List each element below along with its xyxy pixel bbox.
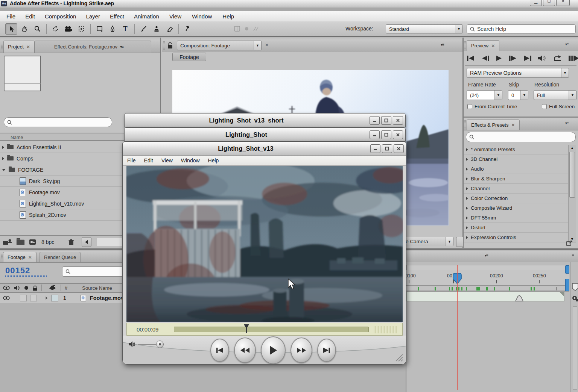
close-icon[interactable]: ✕	[491, 44, 495, 48]
tab-effect-controls[interactable]: Effect Controls: Footage.mov ▾≡	[35, 41, 151, 53]
eraser-tool[interactable]	[164, 24, 175, 34]
panel-gripper[interactable]	[464, 41, 466, 49]
menu-help[interactable]: Help	[217, 13, 239, 20]
timeline-vscrollbar[interactable]	[573, 306, 577, 390]
fast-forward-button[interactable]	[291, 338, 312, 363]
player-menu-help[interactable]: Help	[204, 157, 223, 163]
rewind-button[interactable]	[234, 338, 256, 363]
close-button[interactable]: ✕	[556, 0, 570, 6]
player-titlebar[interactable]: Lighting_Shot_v13	[123, 142, 406, 156]
tab-render-queue[interactable]: Render Queue	[40, 252, 81, 262]
pan-behind-tool[interactable]	[76, 24, 87, 34]
expand-arrow-icon[interactable]	[2, 145, 4, 149]
clone-stamp-tool[interactable]	[151, 24, 162, 34]
work-area-end-handle[interactable]	[565, 265, 569, 274]
category-audio[interactable]: Audio	[464, 164, 568, 174]
minimize-button[interactable]	[370, 144, 380, 153]
panel-gripper[interactable]	[1, 42, 3, 51]
close-icon[interactable]: ✕	[26, 45, 30, 49]
minimize-button[interactable]	[370, 130, 380, 139]
rotation-tool[interactable]	[50, 24, 61, 34]
menu-layer[interactable]: Layer	[81, 13, 105, 20]
workspace-switch-icons[interactable]	[234, 26, 259, 32]
maximize-button[interactable]	[382, 144, 392, 153]
player-menu-file[interactable]: File	[127, 157, 140, 163]
marker-bin-icon[interactable]	[572, 283, 578, 291]
panel-menu-icon[interactable]: ▾≡	[441, 42, 444, 47]
from-current-time-checkbox[interactable]	[467, 104, 472, 109]
effects-search-box[interactable]	[466, 132, 576, 142]
scroll-thumb[interactable]	[569, 152, 575, 198]
comp-footage-tab[interactable]: Footage	[172, 53, 206, 61]
menu-view[interactable]: View	[164, 13, 187, 20]
frame-rate-dropdown[interactable]: (24) ▼	[467, 90, 502, 100]
window-lighting-shot-v13-short[interactable]: Lighting_Shot_v13_short	[124, 113, 406, 127]
category-dft-55mm[interactable]: DFT 55mm	[464, 213, 568, 223]
comp-marker[interactable]	[514, 295, 524, 301]
full-screen-row[interactable]: Full Screen	[542, 104, 575, 109]
panel-menu-icon[interactable]: ▾≡	[485, 253, 488, 257]
ram-preview-options-dropdown[interactable]: RAM Preview Options ▼	[467, 68, 569, 78]
close-button[interactable]	[393, 116, 403, 125]
collapse-arrow-icon[interactable]	[2, 169, 6, 171]
layer-switch-box[interactable]	[20, 295, 27, 301]
new-folder-icon[interactable]	[17, 239, 24, 245]
help-search-box[interactable]: Search Help	[467, 24, 576, 33]
close-icon[interactable]: ✕	[511, 123, 515, 127]
layer-expand-arrow[interactable]	[46, 296, 47, 300]
go-to-start-button[interactable]	[210, 339, 229, 362]
from-current-time-row[interactable]: From Current Time	[467, 104, 517, 109]
tab-preview[interactable]: Preview ✕	[467, 40, 499, 51]
window-lighting-shot-v13[interactable]: Lighting_Shot_v13 File Edit View Window …	[122, 142, 406, 365]
skip-dropdown[interactable]: 0 ▼	[508, 90, 528, 100]
maximize-button[interactable]: ▢	[543, 0, 555, 6]
timeline-timecode[interactable]: 00152	[5, 266, 30, 275]
expand-arrow-icon[interactable]	[466, 187, 468, 190]
expand-arrow-icon[interactable]	[466, 168, 468, 171]
time-ruler[interactable]: 00100 00150 00200 00250	[406, 270, 569, 286]
category-channel[interactable]: Channel	[464, 184, 568, 194]
audio-speaker-icon[interactable]	[14, 285, 20, 291]
panel-collapse-button[interactable]	[82, 237, 91, 247]
menu-animation[interactable]: Animation	[129, 13, 164, 20]
bit-depth-label[interactable]: 8 bpc	[41, 239, 54, 245]
minimize-button[interactable]: ▁	[530, 0, 542, 6]
workspace-dropdown[interactable]: Standard ▼	[386, 24, 463, 33]
lock-icon[interactable]	[32, 285, 38, 291]
column-number[interactable]: #	[65, 285, 67, 291]
expand-arrow-icon[interactable]	[466, 207, 468, 210]
timeline-search-box[interactable]	[62, 266, 126, 277]
maximize-button[interactable]	[381, 130, 391, 139]
audio-mute-button[interactable]	[538, 55, 547, 62]
panel-menu-icon[interactable]: ≡	[572, 253, 574, 257]
category-distort[interactable]: Distort	[464, 223, 568, 233]
player-scrub-track[interactable]	[174, 327, 369, 332]
expand-arrow-icon[interactable]	[466, 226, 468, 229]
menu-composition[interactable]: Composition	[40, 13, 81, 20]
lock-icon[interactable]	[167, 42, 173, 49]
volume-speaker-icon[interactable]	[128, 341, 136, 348]
pen-tool[interactable]	[107, 24, 118, 34]
layer-source-name[interactable]: Footage.mov	[90, 295, 124, 301]
new-animation-preset-icon[interactable]	[566, 240, 573, 246]
solo-icon[interactable]	[24, 286, 29, 290]
category-animation-presets[interactable]: * Animation Presets	[464, 145, 568, 154]
panel-menu-icon[interactable]: ▾≡	[565, 121, 569, 125]
expand-arrow-icon[interactable]	[466, 197, 468, 200]
new-composition-icon[interactable]	[29, 239, 36, 245]
tab-project[interactable]: Project ✕	[3, 41, 35, 53]
player-menu-window[interactable]: Window	[177, 157, 204, 163]
brush-tool[interactable]	[138, 24, 149, 34]
close-icon[interactable]: ✕	[28, 255, 32, 260]
window-lighting-shot[interactable]: Lighting_Shot	[124, 127, 406, 142]
player-video-area[interactable]	[126, 166, 403, 322]
player-menu-view[interactable]: View	[157, 157, 177, 163]
menu-file[interactable]: File	[2, 13, 20, 20]
close-icon[interactable]: ✕	[265, 43, 269, 47]
menu-edit[interactable]: Edit	[20, 13, 40, 20]
camera-snapshot-icon[interactable]	[572, 295, 578, 302]
loop-button[interactable]	[553, 55, 562, 62]
menu-window[interactable]: Window	[187, 13, 217, 20]
maximize-button[interactable]	[381, 116, 391, 125]
panel-gripper[interactable]	[1, 253, 3, 260]
